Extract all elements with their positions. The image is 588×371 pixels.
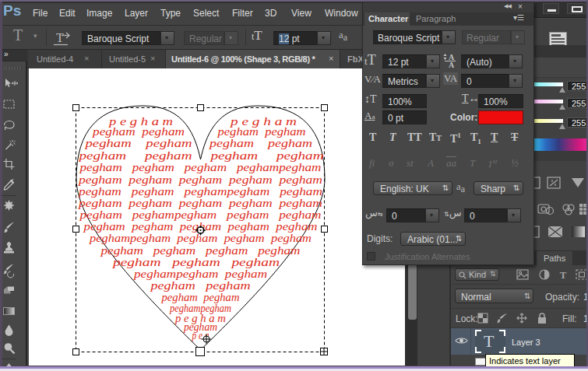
svg-text:pegham pegham: pegham pegham [78, 150, 192, 162]
svg-text:pegham pegham: pegham pegham [209, 138, 312, 149]
svg-text:pegham pegham pegham peg: pegham pegham pegham pegham [100, 245, 300, 257]
svg-text:pegham pegham: pegham pegham [84, 138, 192, 149]
svg-text:T: T [560, 269, 567, 281]
svg-text:pegham pegham pegham peg: pegham pegham pegham peghampegham [79, 162, 321, 173]
svg-text:A: A [449, 61, 455, 69]
svg-text:pegham pegham pegham pegham: pegham pegham pegham pegham pegham [78, 174, 322, 186]
svg-text:pegham pegham peghampegham: pegham pegham peghampegham pegham [78, 186, 322, 198]
svg-text:T: T [56, 31, 64, 44]
svg-text:pegham peghampegham pegham: pegham peghampegham pegham pegham [79, 209, 321, 221]
svg-text:peghampegham pegham: peghampegham pegham [133, 268, 267, 280]
svg-text:pegham pegham: pegham pegham [92, 126, 185, 138]
svg-text:pegham pegham pegham: pegham pegham pegham [112, 257, 280, 268]
svg-text:pegham pegham: pegham pegham [209, 150, 323, 162]
svg-text:pegham pegham pegham pegham: pegham pegham pegham pegham pegham [78, 198, 322, 209]
svg-text:pegham pegham: pegham pegham [150, 280, 250, 292]
svg-text:pegham pegham: pegham pegham [217, 126, 305, 138]
svg-text:pegham pegham: pegham pegham [160, 292, 239, 303]
